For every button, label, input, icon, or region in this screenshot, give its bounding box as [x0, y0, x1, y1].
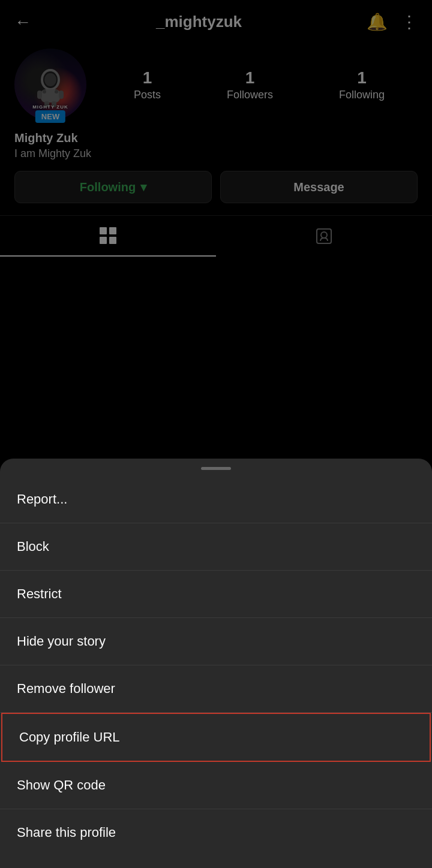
- sheet-item-show-qr[interactable]: Show QR code: [0, 762, 432, 809]
- sheet-item-copy-profile-url[interactable]: Copy profile URL: [1, 713, 431, 762]
- sheet-item-hide-story[interactable]: Hide your story: [0, 618, 432, 665]
- sheet-item-share-profile[interactable]: Share this profile: [0, 809, 432, 856]
- sheet-item-restrict[interactable]: Restrict: [0, 571, 432, 618]
- bottom-sheet: Report... Block Restrict Hide your story…: [0, 459, 432, 868]
- sheet-item-remove-follower[interactable]: Remove follower: [0, 665, 432, 713]
- sheet-item-block[interactable]: Block: [0, 523, 432, 571]
- sheet-handle: [201, 467, 231, 470]
- sheet-item-report[interactable]: Report...: [0, 476, 432, 523]
